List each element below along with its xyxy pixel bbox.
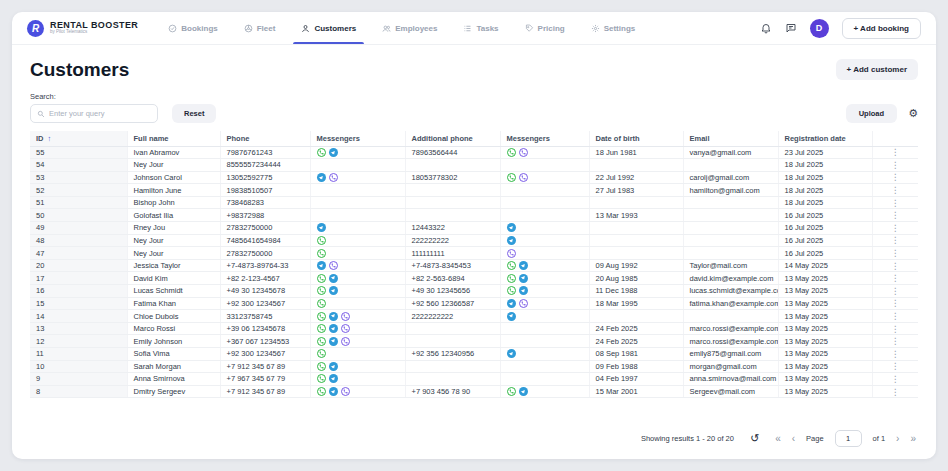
tab-pricing[interactable]: Pricing (525, 12, 565, 44)
cell-registration-date: 16 Jul 2025 (778, 247, 872, 260)
brand: R RENTAL BOOSTER by Pilot Telematics (27, 20, 138, 37)
telegram-icon (519, 286, 528, 295)
cell-phone: 79876761243 (220, 146, 310, 159)
cell-date-of-birth: 15 Mar 2001 (589, 385, 683, 398)
row-menu-button[interactable]: ⋮ (872, 222, 918, 235)
table-row[interactable]: 53Johnson Carol130525927751805377830222 … (30, 171, 918, 184)
tab-label: Employees (395, 24, 437, 33)
column-header-additional-phone[interactable]: Additional phone (405, 131, 500, 146)
cell-phone: +7 912 345 67 89 (220, 385, 310, 398)
cell-registration-date: 14 May 2025 (778, 259, 872, 272)
row-menu-button[interactable]: ⋮ (872, 272, 918, 285)
viber-icon (341, 337, 350, 346)
column-header-full-name[interactable]: Full name (127, 131, 220, 146)
upload-button[interactable]: Upload (846, 104, 897, 123)
table-row[interactable]: 11Sofia Vima+92 300 1234567+92 356 12340… (30, 348, 918, 361)
row-menu-button[interactable]: ⋮ (872, 385, 918, 398)
table-row[interactable]: 51Bishop John73846828318 Jul 2025⋮ (30, 196, 918, 209)
whatsapp-icon (317, 337, 326, 346)
table-row[interactable]: 47Ney Jour2783275000011111111116 Jul 202… (30, 247, 918, 260)
table-row[interactable]: 15Fatima Khan+92 300 1234567+92 560 1236… (30, 297, 918, 310)
row-menu-button[interactable]: ⋮ (872, 247, 918, 260)
row-menu-button[interactable]: ⋮ (872, 360, 918, 373)
row-menu-button[interactable]: ⋮ (872, 373, 918, 386)
table-row[interactable]: 54Ney Jour855555723444418 Jul 2025⋮ (30, 159, 918, 172)
table-row[interactable]: 12Emily Johnson+367 067 123455324 Feb 20… (30, 335, 918, 348)
table-row[interactable]: 8Dmitry Sergeev+7 912 345 67 89+7 903 45… (30, 385, 918, 398)
table-row[interactable]: 20Jessica Taylor+7-4873-89764-33+7-4873-… (30, 259, 918, 272)
tab-tasks[interactable]: Tasks (463, 12, 498, 44)
row-menu-button[interactable]: ⋮ (872, 209, 918, 222)
cell-id: 12 (30, 335, 127, 348)
row-menu-button[interactable]: ⋮ (872, 146, 918, 159)
table-row[interactable]: 17David Kim+82 2-123-4567+82 2-563-68942… (30, 272, 918, 285)
row-menu-button[interactable]: ⋮ (872, 322, 918, 335)
row-menu-button[interactable]: ⋮ (872, 234, 918, 247)
table-row[interactable]: 50Golofast Ilia+9837298813 Mar 199316 Ju… (30, 209, 918, 222)
tab-fleet[interactable]: Fleet (244, 12, 276, 44)
column-header-phone[interactable]: Phone (220, 131, 310, 146)
table-row[interactable]: 16Lucas Schmidt+49 30 12345678+49 30 123… (30, 285, 918, 298)
column-header-date-of-birth[interactable]: Date of birth (589, 131, 683, 146)
cell-id: 20 (30, 259, 127, 272)
cell-email (683, 310, 778, 323)
row-menu-button[interactable]: ⋮ (872, 184, 918, 197)
refresh-button[interactable]: ↻ (750, 433, 759, 444)
column-header-messengers[interactable]: Messengers (500, 131, 589, 146)
tab-employees[interactable]: Employees (382, 12, 437, 44)
table-row[interactable]: 48Ney Jour748564165498422222222216 Jul 2… (30, 234, 918, 247)
page-number-input[interactable] (835, 430, 862, 447)
cell-id: 50 (30, 209, 127, 222)
add-booking-button[interactable]: + Add booking (842, 18, 921, 39)
avatar[interactable]: D (810, 19, 829, 38)
column-header-id[interactable]: ID↑ (30, 131, 127, 146)
add-customer-button[interactable]: + Add customer (836, 59, 918, 80)
row-menu-button[interactable]: ⋮ (872, 196, 918, 209)
table-row[interactable]: 10Sarah Morgan+7 912 345 67 8909 Feb 198… (30, 360, 918, 373)
reset-button[interactable]: Reset (172, 104, 216, 123)
tab-settings[interactable]: Settings (591, 12, 636, 44)
tab-customers[interactable]: Customers (301, 12, 356, 44)
previous-page-button[interactable]: ‹ (792, 434, 795, 444)
next-page-button[interactable]: › (896, 434, 899, 444)
settings-icon (591, 24, 600, 33)
row-menu-button[interactable]: ⋮ (872, 310, 918, 323)
cell-id: 54 (30, 159, 127, 172)
cell-additional-phone (405, 373, 500, 386)
column-header-registration-date[interactable]: Registration date (778, 131, 872, 146)
column-header-messengers[interactable]: Messengers (310, 131, 405, 146)
last-page-button[interactable]: » (910, 434, 916, 444)
row-menu-button[interactable]: ⋮ (872, 159, 918, 172)
cell-phone: +92 300 1234567 (220, 348, 310, 361)
tab-bookings[interactable]: Bookings (168, 12, 217, 44)
row-menu-button[interactable]: ⋮ (872, 259, 918, 272)
table-row[interactable]: 55Ivan Abramov798767612437896356644418 J… (30, 146, 918, 159)
column-header-email[interactable]: Email (683, 131, 778, 146)
table-row[interactable]: 52Hamilton June1983851050727 Jul 1983ham… (30, 184, 918, 197)
row-menu-button[interactable]: ⋮ (872, 285, 918, 298)
telegram-icon (329, 312, 338, 321)
viber-icon (341, 387, 350, 396)
row-menu-button[interactable]: ⋮ (872, 171, 918, 184)
cell-registration-date: 18 Jul 2025 (778, 159, 872, 172)
table-row[interactable]: 49Rney Jou278327500001244332216 Jul 2025… (30, 222, 918, 235)
cell-additional-messengers (500, 209, 589, 222)
notifications-button[interactable] (760, 22, 772, 34)
table-settings-button[interactable]: ⚙ (908, 108, 918, 119)
tab-label: Settings (604, 24, 636, 33)
search-input[interactable] (49, 109, 151, 118)
row-menu-button[interactable]: ⋮ (872, 335, 918, 348)
cell-id: 47 (30, 247, 127, 260)
cell-registration-date: 16 Jul 2025 (778, 209, 872, 222)
table-row[interactable]: 14Chloe Dubois33123758745222222222213 Ma… (30, 310, 918, 323)
cell-additional-phone: 2222222222 (405, 310, 500, 323)
table-row[interactable]: 9Anna Smirnova+7 967 345 67 7904 Feb 199… (30, 373, 918, 386)
row-menu-button[interactable]: ⋮ (872, 348, 918, 361)
cell-full-name: Ney Jour (127, 159, 220, 172)
row-menu-button[interactable]: ⋮ (872, 297, 918, 310)
messages-button[interactable] (785, 22, 797, 34)
table-row[interactable]: 13Marco Rossi+39 06 1234567824 Feb 2025m… (30, 322, 918, 335)
cell-additional-messengers (500, 146, 589, 159)
first-page-button[interactable]: « (775, 434, 781, 444)
customers-table: ID↑Full namePhoneMessengersAdditional ph… (12, 129, 936, 398)
